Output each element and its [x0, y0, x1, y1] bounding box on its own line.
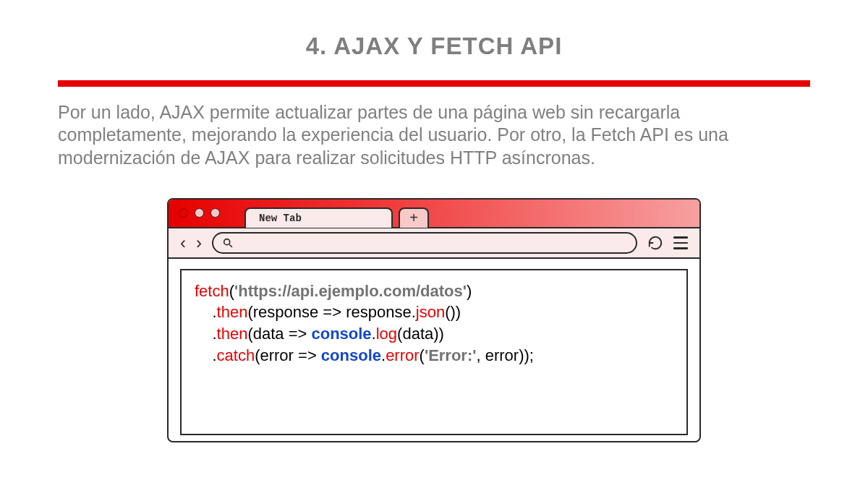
back-icon[interactable]: ‹ [180, 234, 186, 252]
divider [58, 80, 810, 87]
code-line-2: .then(response => response.json()) [195, 301, 673, 323]
code-line-3: .then(data => console.log(data)) [195, 323, 673, 345]
refresh-icon[interactable] [647, 235, 663, 251]
code-block: fetch('https://api.ejemplo.com/datos') .… [180, 269, 688, 435]
search-icon [222, 237, 234, 249]
svg-point-0 [224, 239, 230, 244]
svg-line-1 [229, 244, 232, 247]
browser-tab[interactable]: New Tab [244, 207, 393, 228]
address-bar[interactable] [212, 232, 637, 254]
close-icon[interactable] [179, 208, 188, 218]
slide-description: Por un lado, AJAX permite actualizar par… [58, 101, 810, 169]
maximize-icon[interactable] [210, 208, 220, 218]
new-tab-button[interactable]: + [399, 207, 429, 228]
browser-toolbar: ‹ › [169, 227, 699, 259]
code-line-4: .catch(error => console.error('Error:', … [195, 345, 673, 367]
code-line-1: fetch('https://api.ejemplo.com/datos') [195, 281, 673, 302]
slide-title: 4. AJAX Y FETCH API [58, 33, 810, 60]
browser-content: fetch('https://api.ejemplo.com/datos') .… [169, 259, 699, 441]
menu-icon[interactable] [673, 236, 688, 249]
minimize-icon[interactable] [195, 208, 204, 218]
browser-titlebar: New Tab + [169, 200, 699, 227]
browser-mockup: New Tab + ‹ › [167, 198, 701, 442]
forward-icon[interactable]: › [196, 234, 202, 252]
